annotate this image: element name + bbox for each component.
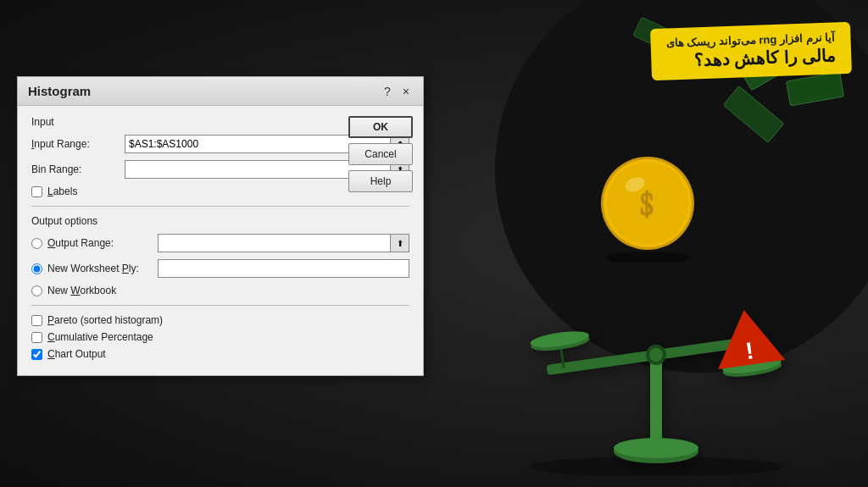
svg-point-9 <box>614 438 698 458</box>
output-range-label[interactable]: Output Range: <box>47 237 158 249</box>
dialog-title: Histogram <box>28 84 91 98</box>
persian-line2: مالی را کاهش دهد؟ <box>666 46 836 72</box>
help-button[interactable]: Help <box>348 170 413 192</box>
upload-icon-3: ⬆ <box>397 239 403 248</box>
cumulative-label[interactable]: Cumulative Percentage <box>47 331 153 343</box>
new-workbook-radio[interactable] <box>31 285 42 296</box>
pareto-label[interactable]: Pareto (sorted histogram) <box>47 314 163 326</box>
chart-output-checkbox[interactable] <box>31 349 42 360</box>
scale-area: ! <box>495 238 817 479</box>
divider-2 <box>31 305 409 306</box>
new-worksheet-row: New Worksheet Ply: <box>31 259 409 278</box>
output-range-radio[interactable] <box>31 238 42 249</box>
output-range-upload-button[interactable]: ⬆ <box>391 234 409 252</box>
pareto-checkbox[interactable] <box>31 315 42 326</box>
svg-rect-7 <box>650 357 662 450</box>
input-range-label: Input Range: <box>31 138 125 150</box>
right-decor: آیا نرم افزار rng می‌تواند ریسک های مالی… <box>461 0 868 487</box>
dialog-help-button[interactable]: ? <box>381 85 394 98</box>
persian-banner: آیا نرم افزار rng می‌تواند ریسک های مالی… <box>650 22 852 80</box>
new-workbook-row: New Workbook <box>31 285 409 296</box>
output-section-label: Output options <box>31 215 409 227</box>
dialog-close-button[interactable]: × <box>399 85 413 98</box>
new-worksheet-label[interactable]: New Worksheet Ply: <box>47 263 158 274</box>
divider-1 <box>31 206 409 207</box>
cumulative-row: Cumulative Percentage <box>31 331 409 343</box>
new-workbook-label[interactable]: New Workbook <box>47 285 158 296</box>
histogram-dialog: Histogram ? × Input Input Range: ⬆ Bin R… <box>17 76 424 376</box>
pareto-row: Pareto (sorted histogram) <box>31 314 409 326</box>
new-worksheet-field[interactable] <box>158 259 409 278</box>
output-range-field[interactable] <box>158 234 391 252</box>
dialog-controls: ? × <box>381 85 413 98</box>
chart-output-label[interactable]: Chart Output <box>47 348 106 360</box>
dialog-titlebar: Histogram ? × <box>18 77 423 106</box>
chart-output-row: Chart Output <box>31 348 409 360</box>
output-range-field-group: ⬆ <box>158 234 409 252</box>
cancel-button[interactable]: Cancel <box>348 143 413 165</box>
output-range-row: Output Range: ⬆ <box>31 234 409 252</box>
new-worksheet-radio[interactable] <box>31 263 42 274</box>
bin-range-label: Bin Range: <box>31 163 125 175</box>
labels-checkbox[interactable] <box>31 186 42 197</box>
cumulative-checkbox[interactable] <box>31 332 42 343</box>
labels-label[interactable]: Labels <box>47 185 77 197</box>
ok-button[interactable]: OK <box>348 116 413 138</box>
